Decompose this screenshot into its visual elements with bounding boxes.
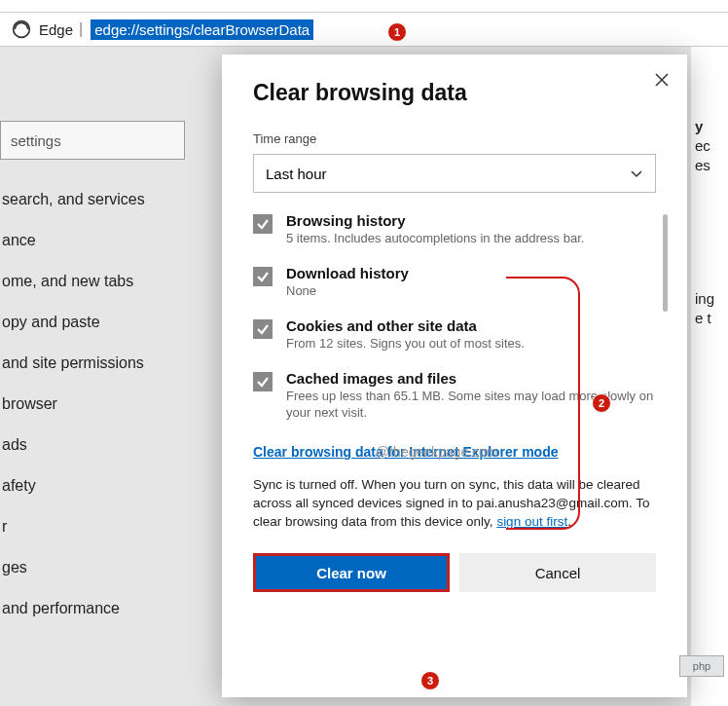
item-subtitle: From 12 sites. Signs you out of most sit…: [286, 336, 525, 353]
data-type-item: Cookies and other site dataFrom 12 sites…: [253, 317, 656, 353]
item-title: Cached images and files: [286, 370, 656, 387]
sync-note-text: Sync is turned off. When you turn on syn…: [253, 477, 649, 529]
edge-logo-icon: [12, 19, 31, 39]
annotation-marker-1: 1: [387, 22, 407, 42]
item-subtitle: 5 items. Includes autocompletions in the…: [286, 231, 584, 247]
time-range-select[interactable]: Last hour: [253, 154, 656, 193]
address-bar[interactable]: Edge | edge://settings/clearBrowserData: [0, 12, 728, 47]
data-type-item: Browsing history5 items. Includes autoco…: [253, 212, 656, 247]
checkbox[interactable]: [253, 319, 273, 339]
content-fragment: ing: [695, 290, 728, 307]
sidebar-item[interactable]: afety: [0, 465, 195, 506]
content-fragment: ec: [695, 137, 728, 154]
close-icon[interactable]: [654, 72, 670, 88]
sidebar-item[interactable]: browser: [0, 384, 195, 425]
php-badge: php: [679, 655, 724, 677]
content-fragment: e t: [695, 310, 728, 326]
item-title: Download history: [286, 265, 409, 281]
checkbox[interactable]: [253, 267, 273, 286]
sidebar-item[interactable]: ads: [0, 425, 195, 465]
sync-note: Sync is turned off. When you turn on syn…: [253, 476, 656, 532]
dialog-title: Clear browsing data: [253, 80, 656, 106]
annotation-marker-3: 3: [420, 671, 440, 690]
sidebar-item[interactable]: opy and paste: [0, 302, 195, 343]
search-placeholder: settings: [11, 132, 61, 149]
sidebar-item[interactable]: and performance: [0, 588, 195, 629]
clear-browsing-data-dialog: Clear browsing data Time range Last hour…: [222, 55, 687, 697]
content-fragment: es: [695, 157, 728, 173]
sidebar-item[interactable]: search, and services: [0, 179, 195, 220]
address-app-label: Edge: [39, 21, 73, 38]
sidebar-item[interactable]: ome, and new tabs: [0, 261, 195, 302]
annotation-marker-2: 2: [592, 393, 611, 413]
watermark-text: @thegeekpage.com: [376, 444, 498, 460]
sidebar-item[interactable]: ance: [0, 220, 195, 261]
annotation-bracket: [506, 277, 580, 530]
search-settings-input[interactable]: settings: [0, 121, 185, 160]
chevron-down-icon: [630, 167, 643, 180]
item-subtitle: None: [286, 283, 409, 300]
scrollbar[interactable]: [663, 214, 668, 312]
item-title: Browsing history: [286, 212, 584, 229]
time-range-label: Time range: [253, 131, 656, 146]
cancel-button[interactable]: Cancel: [459, 553, 656, 592]
time-range-value: Last hour: [266, 166, 327, 182]
sidebar-item[interactable]: r: [0, 506, 195, 547]
data-type-item: Download historyNone: [253, 265, 656, 300]
checkbox[interactable]: [253, 214, 273, 234]
settings-sidebar: settings search, and servicesanceome, an…: [0, 47, 195, 706]
sidebar-item[interactable]: and site permissions: [0, 343, 195, 384]
content-right-slice: yecesinge t: [691, 47, 728, 706]
item-title: Cookies and other site data: [286, 317, 525, 334]
sidebar-item[interactable]: ges: [0, 547, 195, 588]
clear-now-button[interactable]: Clear now: [253, 553, 450, 592]
checkbox[interactable]: [253, 372, 273, 391]
content-fragment: y: [695, 118, 728, 134]
address-url[interactable]: edge://settings/clearBrowserData: [91, 19, 313, 40]
address-separator: |: [79, 20, 83, 38]
